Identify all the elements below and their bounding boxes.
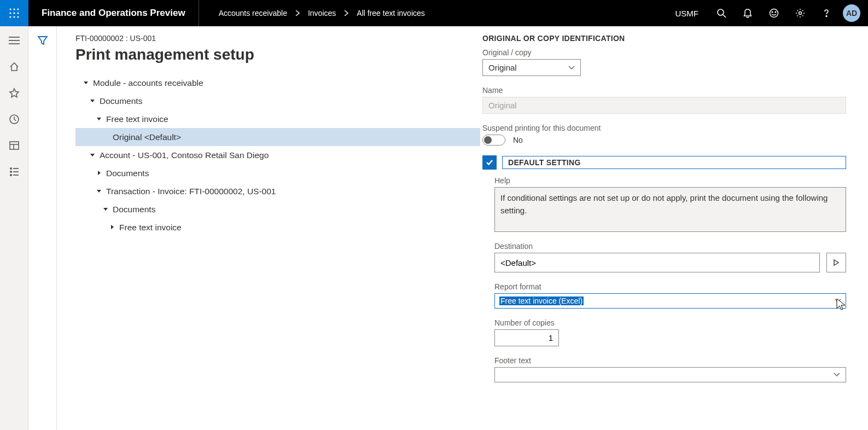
expand-icon[interactable] — [79, 80, 93, 86]
help-icon[interactable] — [813, 0, 840, 26]
toggle-suspend[interactable] — [482, 135, 505, 146]
input-destination[interactable] — [494, 253, 820, 272]
tree-label: Transaction - Invoice: FTI-00000002, US-… — [106, 187, 276, 196]
breadcrumb-item[interactable]: Invoices — [308, 9, 336, 18]
label-destination: Destination — [494, 242, 846, 251]
expand-icon[interactable] — [92, 116, 106, 123]
svg-point-6 — [9, 16, 11, 18]
select-original-copy[interactable]: Original — [482, 59, 581, 76]
company-picker[interactable]: USMF — [666, 9, 709, 18]
tree-label: Account - US-001, Contoso Retail San Die… — [100, 150, 269, 160]
field-help: Help If conditional settings are not set… — [494, 176, 846, 232]
main-content: FTI-00000002 : US-001 Print management s… — [57, 26, 868, 430]
field-original-copy: Original / copy Original — [482, 48, 846, 76]
svg-point-0 — [9, 8, 11, 10]
tree-node-freetext[interactable]: Free text invoice — [75, 110, 480, 128]
hamburger-icon[interactable] — [8, 34, 21, 47]
svg-point-23 — [10, 168, 11, 169]
star-icon[interactable] — [8, 86, 21, 100]
tree-node-original-default[interactable]: Original <Default> — [75, 128, 480, 146]
select-footer[interactable] — [494, 367, 846, 382]
tree-node-transaction[interactable]: Transaction - Invoice: FTI-00000002, US-… — [75, 182, 480, 200]
report-format-value: Free text invoice (Excel) — [499, 297, 584, 305]
field-footer: Footer text — [494, 356, 846, 382]
tree-label: Free text invoice — [106, 114, 168, 124]
tree-label: Free text invoice — [119, 223, 182, 233]
svg-point-11 — [770, 9, 778, 18]
recent-icon[interactable] — [8, 113, 21, 126]
expand-icon[interactable] — [85, 98, 100, 104]
chevron-down-icon — [568, 64, 575, 72]
input-copies[interactable] — [494, 329, 559, 346]
nav-rail — [0, 26, 28, 430]
default-setting-header: DEFAULT SETTING — [482, 155, 846, 170]
filter-icon[interactable] — [36, 34, 49, 47]
label-original-copy: Original / copy — [482, 48, 846, 57]
gear-icon[interactable] — [787, 0, 813, 26]
field-report-format: Report format Free text invoice (Excel) — [494, 282, 846, 309]
label-name: Name — [482, 86, 846, 95]
tree-node-account[interactable]: Account - US-001, Contoso Retail San Die… — [75, 146, 480, 164]
bell-icon[interactable] — [735, 0, 761, 26]
app-title: Finance and Operations Preview — [28, 0, 199, 26]
svg-point-13 — [775, 11, 776, 13]
filter-rail — [28, 26, 57, 430]
select-report-format[interactable]: Free text invoice (Excel) — [494, 293, 846, 309]
tree-node-documents-3[interactable]: Documents — [75, 200, 480, 218]
svg-point-12 — [772, 11, 773, 13]
collapse-icon[interactable] — [105, 224, 119, 231]
chevron-down-icon — [835, 297, 841, 305]
tree-view: Module - accounts receivable Documents F… — [75, 74, 480, 236]
svg-point-14 — [799, 12, 802, 15]
chevron-down-icon — [834, 371, 840, 379]
smiley-icon[interactable] — [761, 0, 787, 26]
svg-point-3 — [9, 12, 11, 14]
field-copies: Number of copies — [494, 318, 846, 346]
content-area: FTI-00000002 : US-001 Print management s… — [0, 26, 868, 430]
destination-lookup-button[interactable] — [826, 253, 846, 272]
svg-point-5 — [17, 12, 19, 14]
svg-point-2 — [17, 8, 19, 10]
tree-label: Documents — [100, 96, 142, 106]
toggle-value: No — [513, 136, 523, 144]
topbar-right: USMF AD — [666, 0, 869, 26]
expand-icon[interactable] — [85, 152, 100, 159]
tree-label: Original <Default> — [113, 132, 181, 142]
label-suspend: Suspend printing for this document — [482, 124, 846, 132]
tree-node-freetext-2[interactable]: Free text invoice — [75, 218, 480, 236]
tree-label: Documents — [113, 205, 155, 214]
svg-point-27 — [10, 175, 11, 176]
expand-icon[interactable] — [92, 188, 106, 195]
field-destination: Destination — [494, 242, 846, 272]
svg-point-7 — [13, 16, 15, 18]
workspace-icon[interactable] — [8, 139, 21, 152]
breadcrumb-item[interactable]: Accounts receivable — [219, 9, 287, 18]
svg-point-25 — [10, 171, 11, 172]
expand-icon[interactable] — [98, 206, 113, 213]
label-footer: Footer text — [494, 356, 846, 365]
svg-point-9 — [718, 9, 724, 15]
collapse-icon[interactable] — [92, 170, 106, 177]
search-icon[interactable] — [708, 0, 735, 26]
breadcrumb-item[interactable]: All free text invoices — [357, 9, 425, 18]
top-bar: Finance and Operations Preview Accounts … — [0, 0, 868, 26]
tree-label: Module - accounts receivable — [93, 78, 203, 88]
modules-icon[interactable] — [8, 165, 21, 178]
chevron-right-icon — [343, 10, 349, 16]
help-text: If conditional settings are not set up o… — [494, 187, 846, 232]
breadcrumb: Accounts receivable Invoices All free te… — [199, 9, 425, 18]
tree-node-documents-2[interactable]: Documents — [75, 164, 480, 182]
input-name — [482, 97, 846, 114]
default-setting-fields: Help If conditional settings are not set… — [482, 176, 846, 382]
default-setting-title: DEFAULT SETTING — [502, 156, 846, 169]
form-pane: ORIGINAL OR COPY IDENTIFICATION Original… — [480, 34, 855, 430]
select-value: Original — [488, 63, 517, 72]
tree-node-module[interactable]: Module - accounts receivable — [75, 74, 480, 92]
tree-node-documents[interactable]: Documents — [75, 92, 480, 110]
avatar[interactable]: AD — [843, 4, 860, 22]
checkbox-default-setting[interactable] — [482, 155, 497, 170]
app-launcher-icon[interactable] — [0, 0, 28, 26]
section-header-identification: ORIGINAL OR COPY IDENTIFICATION — [482, 34, 846, 43]
home-icon[interactable] — [8, 60, 21, 73]
page-subtitle: FTI-00000002 : US-001 — [75, 34, 480, 43]
